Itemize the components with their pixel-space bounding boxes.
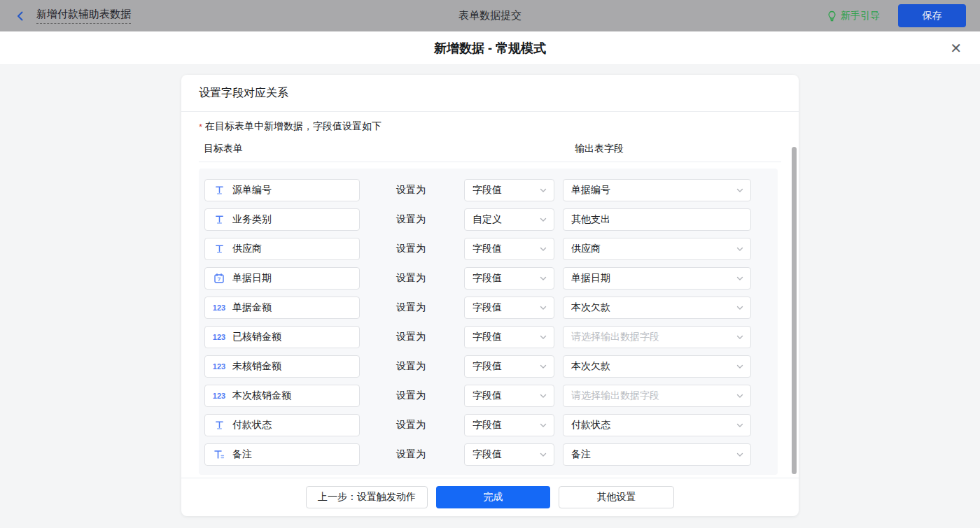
mapping-row: 123 本次核销金额 设置为 字段值 请选择输出数据字段: [199, 385, 778, 407]
chevron-down-icon: [736, 362, 744, 371]
output-select[interactable]: 付款状态: [563, 414, 751, 436]
output-input[interactable]: 其他支出: [563, 208, 751, 231]
mode-select-value: 自定义: [472, 213, 502, 226]
chevron-down-icon: [539, 392, 547, 400]
target-field-label: 本次核销金额: [232, 390, 291, 402]
column-target-form: 目标表单: [204, 143, 243, 155]
target-field-box[interactable]: 业务类别: [204, 208, 360, 231]
field-type-number-icon: 123: [213, 304, 225, 312]
other-settings-button[interactable]: 其他设置: [559, 486, 674, 508]
field-type-date-icon: [214, 273, 225, 284]
done-button[interactable]: 完成: [436, 486, 550, 508]
target-field-box[interactable]: 单据日期: [204, 267, 360, 290]
required-note-text: 在目标表单中新增数据，字段值设置如下: [205, 120, 382, 133]
set-as-label: 设置为: [396, 448, 449, 461]
target-field-label: 备注: [232, 448, 252, 461]
mapping-row: 123 已核销金额 设置为 字段值 请选择输出数据字段: [199, 326, 778, 348]
chevron-down-icon: [736, 333, 744, 341]
mapping-row: 单据日期 设置为 字段值 单据日期: [199, 267, 778, 290]
set-as-label: 设置为: [396, 243, 449, 255]
output-field-value: 请选择输出数据字段: [571, 331, 659, 343]
chevron-down-icon: [736, 304, 744, 312]
field-type-number-icon: 123: [213, 392, 225, 400]
save-button[interactable]: 保存: [898, 4, 966, 27]
set-as-label: 设置为: [396, 301, 449, 314]
card-content: * 在目标表单中新增数据，字段值设置如下 目标表单 输出表字段 源单编号 设置为…: [181, 112, 799, 478]
field-type-text-icon: [214, 214, 225, 225]
mode-select[interactable]: 字段值: [464, 385, 554, 407]
output-select[interactable]: 本次欠款: [563, 355, 751, 378]
mode-select-value: 字段值: [472, 419, 502, 431]
target-field-box[interactable]: 123 单据金额: [204, 297, 360, 319]
lightbulb-icon: [827, 10, 837, 22]
close-icon[interactable]: ✕: [950, 41, 962, 55]
beginner-guide-label: 新手引导: [841, 10, 880, 22]
chevron-down-icon: [539, 333, 547, 341]
output-field-value: 请选择输出数据字段: [571, 390, 659, 402]
mode-select-value: 字段值: [472, 360, 502, 373]
target-field-box[interactable]: 备注: [204, 443, 360, 466]
set-as-label: 设置为: [396, 419, 449, 431]
mapping-row: 备注 设置为 字段值 备注: [199, 443, 778, 466]
column-headers: 目标表单 输出表字段: [199, 138, 781, 162]
target-field-box[interactable]: 付款状态: [204, 414, 360, 436]
mode-select[interactable]: 字段值: [464, 267, 554, 290]
target-field-box[interactable]: 源单编号: [204, 179, 360, 201]
field-type-text-icon: [214, 243, 225, 255]
target-field-label: 已核销金额: [232, 331, 281, 343]
mode-select-value: 字段值: [472, 390, 502, 402]
back-button[interactable]: [14, 10, 27, 22]
mode-select-value: 字段值: [472, 331, 502, 343]
mode-select[interactable]: 字段值: [464, 238, 554, 260]
target-field-box[interactable]: 123 未核销金额: [204, 355, 360, 378]
target-field-box[interactable]: 123 本次核销金额: [204, 385, 360, 407]
output-field-value: 本次欠款: [571, 360, 610, 373]
mapping-row: 123 单据金额 设置为 字段值 本次欠款: [199, 297, 778, 319]
field-rows: 源单编号 设置为 字段值 单据编号 业务类别 设置为 自定义 其他支出 供应商 …: [199, 169, 778, 475]
mode-select[interactable]: 自定义: [464, 208, 554, 231]
output-field-value: 本次欠款: [571, 301, 610, 314]
mapping-row: 付款状态 设置为 字段值 付款状态: [199, 414, 778, 436]
mode-select[interactable]: 字段值: [464, 355, 554, 378]
chevron-down-icon: [736, 392, 744, 400]
output-select[interactable]: 请选择输出数据字段: [563, 326, 751, 348]
prev-step-button[interactable]: 上一步：设置触发动作: [306, 486, 428, 508]
target-field-box[interactable]: 123 已核销金额: [204, 326, 360, 348]
output-select[interactable]: 单据编号: [563, 179, 751, 201]
output-select[interactable]: 单据日期: [563, 267, 751, 290]
output-select[interactable]: 供应商: [563, 238, 751, 260]
mode-select[interactable]: 字段值: [464, 179, 554, 201]
mode-select[interactable]: 字段值: [464, 414, 554, 436]
set-as-label: 设置为: [396, 184, 449, 197]
chevron-down-icon: [539, 450, 547, 459]
target-field-label: 单据日期: [232, 272, 272, 285]
output-select[interactable]: 备注: [563, 443, 751, 466]
mode-select-value: 字段值: [472, 301, 502, 314]
output-field-value: 备注: [571, 448, 591, 461]
beginner-guide-link[interactable]: 新手引导: [827, 10, 880, 22]
target-field-box[interactable]: 供应商: [204, 238, 360, 260]
mode-select[interactable]: 字段值: [464, 297, 554, 319]
flow-title[interactable]: 新增付款辅助表数据: [36, 8, 131, 24]
set-as-label: 设置为: [396, 213, 449, 226]
target-field-label: 源单编号: [232, 184, 272, 197]
chevron-down-icon: [539, 186, 547, 194]
mapping-row: 源单编号 设置为 字段值 单据编号: [199, 179, 778, 201]
mode-select[interactable]: 字段值: [464, 443, 554, 466]
chevron-down-icon: [736, 274, 744, 283]
output-select[interactable]: 本次欠款: [563, 297, 751, 319]
field-type-textarea-icon: [214, 449, 225, 460]
output-select[interactable]: 请选择输出数据字段: [563, 385, 751, 407]
scrollbar-thumb[interactable]: [792, 147, 797, 474]
output-field-value: 其他支出: [571, 213, 610, 226]
field-type-number-icon: 123: [213, 333, 225, 341]
output-field-value: 供应商: [571, 243, 601, 255]
set-as-label: 设置为: [396, 272, 449, 285]
chevron-down-icon: [539, 304, 547, 312]
mapping-row: 业务类别 设置为 自定义 其他支出: [199, 208, 778, 231]
mode-select[interactable]: 字段值: [464, 326, 554, 348]
field-mapping-card: 设置字段对应关系 * 在目标表单中新增数据，字段值设置如下 目标表单 输出表字段…: [181, 75, 799, 516]
chevron-down-icon: [736, 245, 744, 253]
mode-select-value: 字段值: [472, 243, 502, 255]
output-field-value: 付款状态: [571, 419, 610, 431]
